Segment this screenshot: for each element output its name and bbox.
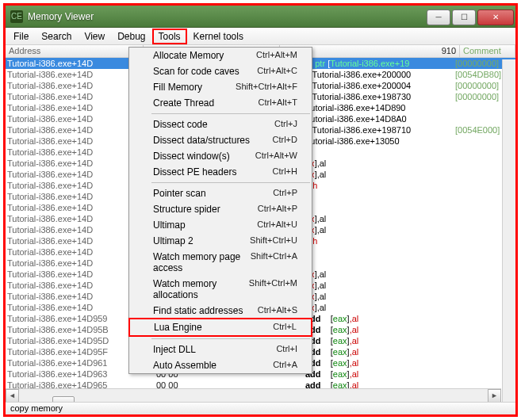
cell-opcode: add [eax],al [305, 313, 455, 324]
menuitem-shortcut: Ctrl+H [273, 166, 297, 178]
cell-opcode: add [eax],al [305, 346, 455, 357]
menu-separator [151, 113, 310, 114]
menuitem-scan-for-code-caves[interactable]: Scan for code cavesCtrl+Alt+C [129, 63, 312, 79]
menuitem-label: Fill Memory [153, 82, 202, 93]
cell-opcode: add [eax],al [305, 357, 455, 368]
menuitem-dissect-data-structures[interactable]: Dissect data/structuresCtrl+D [129, 132, 312, 148]
titlebar[interactable]: CE Memory Viewer ─ ☐ ✕ [6, 6, 515, 28]
menuitem-shortcut: Ctrl+P [273, 188, 297, 199]
window-title: Memory Viewer [28, 11, 94, 22]
header-address[interactable]: Address [6, 45, 144, 57]
cell-opcode [305, 147, 455, 158]
menu-debug[interactable]: Debug [111, 29, 151, 44]
menuitem-label: Allocate Memory [153, 50, 224, 61]
menuitem-shortcut: Ctrl+Alt+S [258, 305, 297, 316]
menuitem-inject-dll[interactable]: Inject DLLCtrl+I [129, 342, 312, 357]
menuitem-shortcut: Ctrl+D [273, 135, 297, 146]
menuitem-pointer-scan[interactable]: Pointer scanCtrl+P [129, 185, 312, 201]
menuitem-shortcut: Ctrl+J [274, 119, 297, 130]
minimize-button[interactable]: ─ [427, 10, 450, 25]
menuitem-watch-memory-page-access[interactable]: Watch memory page accessShift+Ctrl+A [129, 249, 312, 276]
menuitem-shortcut: Ctrl+Alt+C [257, 66, 297, 77]
scroll-right-button[interactable]: ► [488, 389, 501, 403]
menuitem-shortcut: Ctrl+L [273, 322, 297, 333]
cell-opcode [305, 246, 455, 258]
menuitem-allocate-memory[interactable]: Allocate MemoryCtrl+Alt+M [129, 48, 312, 63]
menuitem-label: Auto Assemble [153, 360, 216, 371]
menuitem-label: Structure spider [153, 204, 220, 215]
menuitem-label: Create Thread [153, 97, 214, 109]
header-comment[interactable]: Comment [460, 45, 515, 57]
menuitem-structure-spider[interactable]: Structure spiderCtrl+Alt+P [129, 201, 312, 217]
menuitem-label: Scan for code caves [153, 66, 239, 77]
menuitem-create-thread[interactable]: Create ThreadCtrl+Alt+T [129, 95, 312, 111]
cell-opcode: ,bh [305, 235, 455, 246]
cell-opcode: ,bh [305, 180, 455, 191]
menuitem-dissect-pe-headers[interactable]: Dissect PE headersCtrl+H [129, 164, 312, 180]
menuitem-shortcut: Ctrl+Alt+T [258, 97, 297, 109]
menuitem-label: Find static addresses [153, 305, 243, 316]
menuitem-label: Lua Engine [154, 322, 202, 333]
menuitem-label: Pointer scan [153, 188, 206, 199]
menu-tools[interactable]: Tools [152, 29, 187, 44]
menuitem-label: Dissect code [153, 119, 208, 130]
menuitem-ultimap[interactable]: UltimapCtrl+Alt+U [129, 217, 312, 233]
menuitem-lua-engine[interactable]: Lua EngineCtrl+L [128, 318, 312, 337]
cell-opcode: x,Tutorial-i386.exe+200004 [305, 80, 455, 91]
menuitem-label: Watch memory page access [153, 251, 251, 273]
menuitem-shortcut: Ctrl+Alt+W [255, 151, 297, 162]
menuitem-find-static-addresses[interactable]: Find static addressesCtrl+Alt+S [129, 303, 312, 319]
vertical-scrollbar[interactable] [502, 59, 515, 402]
menu-separator [151, 338, 310, 339]
cell-opcode: x,Tutorial-i386.exe+200000 [305, 69, 455, 80]
cell-opcode: ax],al [305, 224, 455, 235]
cell-opcode: ax],al [305, 213, 455, 224]
cell-opcode: te ptr [Tutorial-i386.exe+19 [305, 58, 455, 69]
menuitem-shortcut: Shift+Ctrl+U [250, 235, 297, 246]
cell-opcode [305, 258, 455, 269]
close-button[interactable]: ✕ [477, 10, 514, 25]
menuitem-shortcut: Shift+Ctrl+A [251, 251, 297, 273]
menuitem-label: Dissect PE headers [153, 166, 236, 178]
menuitem-shortcut: Ctrl+Alt+U [257, 220, 297, 231]
cell-opcode: ax],al [305, 280, 455, 291]
menuitem-auto-assemble[interactable]: Auto AssembleCtrl+A [129, 357, 312, 373]
menu-kernel-tools[interactable]: Kernel tools [187, 29, 250, 44]
cell-opcode: Tutorial-i386.exe+13050 [305, 136, 455, 147]
menu-separator [151, 182, 310, 183]
menuitem-dissect-code[interactable]: Dissect codeCtrl+J [129, 116, 312, 132]
menuitem-shortcut: Ctrl+I [276, 344, 297, 355]
menuitem-dissect-window-s-[interactable]: Dissect window(s)Ctrl+Alt+W [129, 148, 312, 164]
menuitem-label: Ultimap [153, 220, 186, 231]
cell-opcode: ax],al [305, 269, 455, 280]
cell-opcode: add [eax],al [305, 335, 455, 346]
cell-opcode: Tutorial-i386.exe+14D890 [305, 102, 455, 113]
cell-opcode: x,Tutorial-i386.exe+198730 [305, 91, 455, 102]
cell-opcode: ax],al [305, 169, 455, 180]
tools-menu: Allocate MemoryCtrl+Alt+MScan for code c… [128, 47, 312, 374]
scroll-left-button[interactable]: ◄ [6, 389, 19, 403]
menuitem-ultimap-2[interactable]: Ultimap 2Shift+Ctrl+U [129, 233, 312, 249]
menuitem-fill-memory[interactable]: Fill MemoryShift+Ctrl+Alt+F [129, 79, 312, 95]
app-icon: CE [10, 10, 23, 23]
menuitem-label: Ultimap 2 [153, 235, 193, 246]
cell-opcode: ax],al [305, 291, 455, 302]
menuitem-shortcut: Ctrl+A [273, 360, 297, 371]
menuitem-shortcut: Ctrl+Alt+P [258, 204, 297, 215]
cell-opcode [305, 202, 455, 213]
horizontal-scrollbar[interactable]: ◄ ► [6, 388, 501, 402]
status-bar: copy memory [6, 402, 515, 414]
cell-opcode: ax],al [305, 302, 455, 313]
menu-view[interactable]: View [78, 29, 111, 44]
maximize-button[interactable]: ☐ [452, 10, 476, 25]
menu-search[interactable]: Search [35, 29, 78, 44]
cell-opcode: ax],al [305, 158, 455, 169]
menuitem-shortcut: Ctrl+Alt+M [256, 50, 297, 61]
menuitem-watch-memory-allocations[interactable]: Watch memory allocationsShift+Ctrl+M [129, 276, 312, 303]
menu-file[interactable]: File [7, 29, 35, 44]
menuitem-label: Watch memory allocations [153, 278, 249, 300]
app-window: CE Memory Viewer ─ ☐ ✕ FileSearchViewDeb… [3, 3, 518, 417]
cell-opcode [305, 191, 455, 202]
menuitem-shortcut: Shift+Ctrl+Alt+F [236, 82, 297, 93]
menuitem-label: Dissect data/structures [153, 135, 250, 146]
